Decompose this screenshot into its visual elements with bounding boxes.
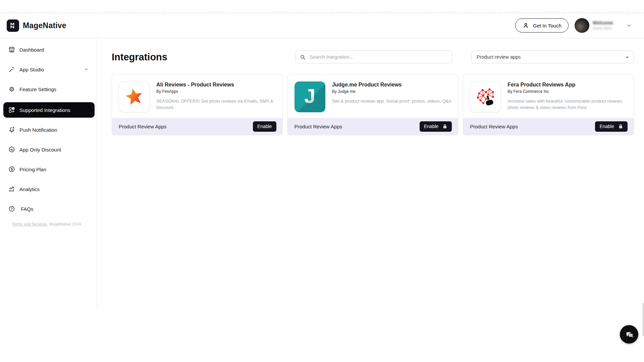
chat-bubbles-icon: [624, 329, 634, 340]
card-title: Fera Product Reviews App: [507, 82, 628, 88]
brand-name: MageNative: [23, 21, 66, 30]
sidebar-item-label: Push Notification: [19, 127, 57, 133]
card-category: Product Review Apps: [294, 124, 342, 129]
svg-text:$: $: [11, 168, 13, 171]
user-avatar[interactable]: [575, 18, 589, 33]
integration-card-ali-reviews: Ali Reviews - Product Reviews By FireApp…: [112, 74, 283, 135]
user-info: Welcome xxxxx xxxx: [593, 20, 613, 31]
sidebar-item-dashboard[interactable]: Dashboard: [3, 43, 95, 56]
bell-plus-icon: [8, 126, 15, 133]
app-container: MageNative Get In Touch Welcome xxxxx xx…: [0, 12, 644, 309]
widgets-plus-icon: [8, 106, 15, 114]
sidebar-item-app-studio[interactable]: App Studio: [3, 63, 95, 76]
sidebar-item-supported-integrations[interactable]: Supported Integrations: [3, 102, 95, 118]
sidebar-item-label: Feature Settings: [19, 86, 56, 92]
header-right-cluster: Get In Touch Welcome xxxxx xxxx: [515, 18, 632, 33]
app-shell: Dashboard App Studio: [0, 38, 644, 309]
lock-icon: [442, 124, 447, 129]
card-category: Product Review Apps: [119, 124, 167, 129]
card-description: SEASONAL OFFERS! Get photo reviews via E…: [156, 98, 276, 111]
brand-logo: MageNative: [7, 19, 66, 32]
analytics-icon: [8, 185, 15, 193]
card-category: Product Review Apps: [470, 124, 518, 129]
gear-icon: [8, 85, 15, 93]
sidebar-item-label: App Only Discount: [19, 147, 61, 153]
scrollbar-thumb[interactable]: [642, 303, 644, 336]
sidebar-item-label: Analytics: [19, 186, 40, 192]
contact-person-icon: [522, 22, 530, 29]
magenative-logo-icon: [7, 19, 19, 32]
integration-cards: Ali Reviews - Product Reviews By FireApp…: [112, 74, 634, 135]
search-input[interactable]: [309, 54, 448, 60]
toolbar: Integrations Product review apps: [112, 51, 634, 63]
integration-search: [295, 51, 452, 63]
dollar-circle-icon: $: [8, 166, 15, 173]
judgeme-app-icon: J: [294, 81, 325, 112]
sidebar-item-label: Supported Integrations: [19, 107, 70, 113]
svg-text:%: %: [10, 148, 13, 152]
enable-button-ali-reviews[interactable]: Enable: [253, 121, 276, 132]
card-title: Judge.me Product Reviews: [332, 82, 452, 88]
chevron-down-icon[interactable]: [83, 67, 90, 72]
integration-card-judgeme: J Judge.me Product Reviews By Judge.me S…: [287, 74, 459, 135]
sidebar-item-label: App Studio: [19, 67, 44, 72]
get-in-touch-label: Get In Touch: [533, 23, 561, 28]
sidebar-item-analytics[interactable]: Analytics: [3, 182, 95, 196]
user-menu-chevron-down-icon[interactable]: [626, 22, 632, 28]
card-description: Increase sales with beautiful, customiza…: [507, 98, 628, 111]
category-filter-value: Product review apps: [477, 54, 521, 60]
sidebar: Dashboard App Studio: [0, 38, 97, 309]
magic-wand-icon: [8, 66, 15, 73]
card-author: By FireApps: [156, 89, 276, 94]
get-in-touch-button[interactable]: Get In Touch: [515, 18, 569, 33]
terms-suffix: , MageNative 2024: [47, 222, 81, 227]
browser-top-strip: [0, 0, 644, 12]
sidebar-item-label: Dashboard: [19, 47, 44, 53]
sidebar-item-push-notification[interactable]: Push Notification: [3, 123, 95, 136]
ali-reviews-app-icon: [119, 81, 150, 112]
card-description: Site & product reviews app. Social proof…: [332, 98, 452, 105]
user-greeting-blurred: Welcome: [593, 20, 613, 26]
fera-app-icon: [470, 81, 501, 112]
card-author: By Judge.me: [332, 89, 452, 94]
sidebar-item-app-only-discount[interactable]: % App Only Discount: [3, 143, 95, 156]
user-account-blurred: xxxxx xxxx: [593, 26, 613, 31]
percent-circle-icon: %: [8, 146, 15, 153]
search-icon: [300, 54, 306, 60]
enable-button-judgeme[interactable]: Enable: [420, 121, 452, 132]
page-title: Integrations: [112, 52, 167, 63]
sidebar-terms: Terms and Services, MageNative 2024: [12, 222, 95, 227]
storefront-icon: [8, 46, 15, 53]
card-author: By Fera Commerce Inc: [507, 89, 628, 94]
sidebar-item-pricing-plan[interactable]: $ Pricing Plan: [3, 163, 95, 176]
card-title: Ali Reviews - Product Reviews: [156, 82, 276, 88]
integration-card-fera: Fera Product Reviews App By Fera Commerc…: [463, 74, 634, 135]
category-filter-select[interactable]: Product review apps: [471, 51, 634, 63]
lock-icon: [618, 124, 623, 129]
question-circle-icon: ?: [8, 205, 15, 213]
sidebar-item-label: Pricing Plan: [19, 167, 46, 172]
chat-widget-button[interactable]: [620, 325, 638, 344]
select-arrow-icon: [626, 57, 629, 60]
svg-text:?: ?: [11, 207, 13, 211]
app-header: MageNative Get In Touch Welcome xxxxx xx…: [0, 13, 644, 38]
enable-button-fera[interactable]: Enable: [595, 121, 628, 132]
sidebar-item-label: FAQs: [21, 206, 34, 212]
terms-and-services-link[interactable]: Terms and Services: [12, 222, 47, 227]
sidebar-item-feature-settings[interactable]: Feature Settings: [3, 82, 95, 96]
main-content: Integrations Product review apps: [97, 38, 644, 309]
sidebar-item-faqs[interactable]: ? FAQs: [3, 202, 95, 216]
